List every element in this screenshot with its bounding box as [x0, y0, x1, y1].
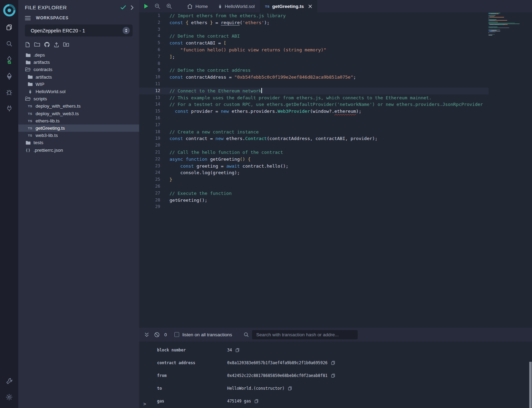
debugger-icon[interactable] — [0, 84, 18, 100]
code-line[interactable]: 11 — [139, 81, 489, 88]
code-text: getGreeting(); — [170, 197, 489, 204]
plugin-manager-icon[interactable] — [0, 100, 18, 117]
vertical-scrollbar[interactable] — [529, 362, 532, 408]
terminal-search-input[interactable] — [252, 330, 358, 339]
line-number: 21 — [139, 149, 170, 156]
line-number: 4 — [139, 33, 170, 40]
deploy-run-icon[interactable] — [0, 68, 18, 84]
tx-detail-value: 0x8a120383e6057b1f3aef4fa9b89c2f1b0a6959… — [227, 360, 328, 365]
collapse-terminal-icon[interactable] — [144, 332, 149, 337]
remix-logo-icon[interactable] — [0, 1, 18, 19]
transaction-detail-row: toHelloWorld.(constructor) — [157, 382, 532, 395]
workspace-select-arrows-icon — [123, 27, 130, 34]
clear-console-icon[interactable] — [154, 332, 160, 338]
code-line[interactable]: 21// Call the hello function of the cont… — [139, 149, 489, 156]
copy-icon[interactable] — [288, 386, 292, 391]
workspace-selector[interactable]: OpenZeppelin ERC20 - 1 — [25, 24, 133, 37]
code-line[interactable]: 7]; — [139, 53, 489, 60]
upload-file-icon[interactable] — [54, 42, 59, 48]
code-text: console.log(greeting); — [170, 169, 489, 176]
listen-transactions-checkbox[interactable] — [174, 332, 179, 337]
code-line[interactable]: 22async function getGreeting() { — [139, 156, 489, 163]
accept-check-icon[interactable] — [120, 5, 126, 10]
file-tree-item[interactable]: HelloWorld.sol — [18, 88, 139, 95]
code-text: // Define the contract ABI — [170, 33, 489, 40]
clone-github-icon[interactable] — [44, 41, 50, 48]
code-line[interactable]: 27// Execute the function — [139, 190, 489, 197]
code-line[interactable]: 1// Import ethers from the ethers.js lib… — [139, 12, 489, 19]
close-tab-icon[interactable] — [308, 4, 312, 8]
file-tree-item[interactable]: tests — [18, 139, 139, 146]
file-tree-item[interactable]: TSethers-lib.ts — [18, 117, 139, 125]
file-tree-item[interactable]: TSdeploy_with_web3.ts — [18, 110, 139, 117]
file-tree-item[interactable]: TSweb3-lib.ts — [18, 132, 139, 139]
code-text: const contractAddress = "0xb54febb5c0c0f… — [170, 74, 489, 81]
code-line[interactable]: 19const contract = new ethers.Contract(c… — [139, 135, 489, 142]
line-number: 1 — [139, 12, 170, 19]
code-line[interactable]: 20 — [139, 142, 489, 149]
line-number: 19 — [139, 135, 170, 142]
ts-icon: TS — [27, 112, 33, 116]
collapse-panel-chevron-icon[interactable] — [130, 5, 134, 10]
file-name: WIP — [36, 82, 45, 87]
file-explorer-icon[interactable] — [0, 19, 18, 36]
copy-icon[interactable] — [331, 373, 335, 378]
zoom-in-icon[interactable] — [166, 3, 172, 9]
line-number: 3 — [139, 26, 170, 33]
code-line[interactable]: 29 — [139, 203, 489, 210]
code-line[interactable]: 25} — [139, 176, 489, 183]
editor-tab[interactable]: TSgetGreeting.ts — [260, 0, 317, 12]
code-line[interactable]: 17 — [139, 122, 489, 129]
code-line[interactable]: 15 const provider = new ethers.providers… — [139, 108, 489, 115]
file-tree-item[interactable]: artifacts — [18, 73, 139, 81]
code-line[interactable]: 24 console.log(greeting); — [139, 169, 489, 176]
json-icon: { } — [25, 148, 31, 152]
copy-icon[interactable] — [331, 360, 335, 365]
file-tree-item[interactable]: .deps — [18, 51, 139, 59]
editor-tab[interactable]: HelloWorld.sol — [213, 0, 260, 12]
editor-tab[interactable]: Home — [182, 0, 213, 12]
workspaces-menu-icon[interactable] — [25, 16, 31, 20]
code-editor[interactable]: 1// Import ethers from the ethers.js lib… — [139, 12, 532, 328]
run-script-button[interactable] — [144, 3, 149, 9]
code-line[interactable]: 18// Create a new contract instance — [139, 129, 489, 136]
search-icon[interactable] — [0, 36, 18, 52]
code-line[interactable]: 14// For a testnet or custom RPC, use et… — [139, 101, 489, 108]
code-line[interactable]: 9// Define the contract address — [139, 67, 489, 74]
code-line[interactable]: 23 const greeting = await contract.hello… — [139, 163, 489, 170]
code-line[interactable]: 16 — [139, 115, 489, 122]
file-tree-item[interactable]: scripts — [18, 95, 139, 102]
code-line[interactable]: 4// Define the contract ABI — [139, 33, 489, 40]
build-tools-icon[interactable] — [0, 373, 18, 389]
tab-bar: HomeHelloWorld.solTSgetGreeting.ts — [139, 0, 532, 12]
code-line[interactable]: 26 — [139, 183, 489, 190]
code-line[interactable]: 10const contractAddress = "0xb54febb5c0c… — [139, 74, 489, 81]
code-line[interactable]: 13// This example uses the default provi… — [139, 94, 489, 101]
file-tree-item[interactable]: { }.prettierrc.json — [18, 146, 139, 153]
code-line[interactable]: 28getGreeting(); — [139, 197, 489, 204]
copy-icon[interactable] — [254, 399, 259, 404]
file-tree-item[interactable]: contracts — [18, 66, 139, 73]
code-line[interactable]: 5const contractABI = [ — [139, 40, 489, 47]
minimap[interactable] — [489, 13, 529, 37]
copy-icon[interactable] — [235, 348, 240, 352]
file-tree-item[interactable]: TSdeploy_with_ethers.ts — [18, 102, 139, 110]
workspace-name: OpenZeppelin ERC20 - 1 — [31, 28, 85, 33]
terminal-prompt[interactable]: > — [143, 401, 146, 407]
code-line[interactable]: 8 — [139, 60, 489, 67]
new-file-icon[interactable] — [25, 42, 30, 48]
file-tree-item[interactable]: artifacts — [18, 59, 139, 66]
code-line[interactable]: 2const { ethers } = require('ethers'); — [139, 19, 489, 26]
code-line[interactable]: 3 — [139, 26, 489, 33]
file-tree-item[interactable]: TSgetGreeting.ts — [18, 125, 139, 132]
new-folder-icon[interactable] — [34, 42, 40, 47]
code-line[interactable]: 12// Connect to the Ethereum network — [139, 88, 489, 94]
zoom-out-icon[interactable] — [154, 3, 161, 9]
code-text: // For a testnet or custom RPC, use ethe… — [170, 101, 489, 108]
load-folder-icon[interactable] — [63, 42, 69, 47]
code-line[interactable]: 6 "function hello() public view returns … — [139, 47, 489, 53]
workspaces-label: WORKSPACES — [36, 16, 68, 20]
settings-icon[interactable] — [0, 389, 18, 405]
file-tree-item[interactable]: WIP — [18, 81, 139, 88]
solidity-compiler-icon[interactable] — [0, 52, 18, 68]
